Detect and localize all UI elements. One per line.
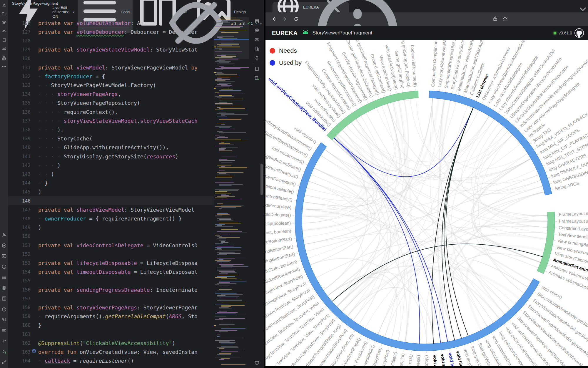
editor-scrollbar[interactable] (260, 164, 263, 195)
code-line[interactable]: 138· · · ), (8, 125, 214, 134)
ide-left-toolstrip[interactable] (0, 0, 9, 368)
share-icon[interactable] (493, 16, 498, 21)
code-line[interactable]: 143· · ) (8, 170, 214, 178)
template-t-icon[interactable] (2, 296, 6, 301)
label-tick (546, 171, 548, 172)
code-line[interactable]: 153private val lifecycleDisposable = Lif… (8, 258, 214, 267)
minimap-bar (217, 175, 229, 175)
cast-green-icon[interactable] (255, 76, 259, 80)
as-logo-icon[interactable] (2, 2, 6, 7)
line-number: 129 (8, 47, 31, 52)
bell-icon[interactable] (255, 55, 259, 60)
chord-label[interactable]: boolean isResumed() (410, 45, 418, 87)
label-tick (315, 294, 317, 295)
folder-icon[interactable] (2, 11, 6, 16)
code-line[interactable]: 158private val storyViewerPageArgs: Stor… (8, 303, 214, 312)
label-tick (327, 132, 328, 133)
code-line[interactable]: 133· · StoryViewerPageViewModel.Factory( (8, 81, 214, 89)
minimap-bar (219, 318, 245, 319)
minimap-bar (215, 249, 222, 250)
database-icon[interactable] (255, 19, 259, 24)
chord-label[interactable]: ar(StoryPost, boolean) (265, 228, 291, 236)
chord-label[interactable]: Companion Companion (430, 40, 438, 87)
code-line[interactable]: 162@SuppressLint("ClickableViewAccessibi… (8, 339, 214, 347)
minimap-bar (221, 89, 233, 89)
code-line[interactable]: 146 (8, 196, 214, 205)
error-circle-icon[interactable] (2, 264, 6, 269)
code-line[interactable]: 134· · · storyViewerPageArgs, (8, 90, 214, 99)
code-line[interactable]: 157 (8, 294, 214, 303)
label-tick (537, 154, 539, 155)
device-mirror-icon[interactable] (255, 46, 259, 51)
code-line[interactable]: 144· } (8, 179, 214, 188)
code-line[interactable]: 139· · · StoryCache( (8, 134, 214, 143)
code-line[interactable]: 137· · · · storyViewStateViewModel.story… (8, 116, 214, 125)
more-dots-icon[interactable] (2, 64, 6, 69)
chord-label[interactable]: eviewTooltip(boolean) (265, 221, 291, 226)
code-line[interactable]: 145) (8, 188, 214, 196)
gauge-icon[interactable] (2, 307, 6, 311)
code-line[interactable]: 147private val sharedViewModel: StoryVie… (8, 205, 214, 214)
code-line[interactable]: 155 (8, 276, 214, 285)
code-line[interactable]: 142· · · ) (8, 161, 214, 170)
todo-list-icon[interactable] (2, 275, 6, 280)
code-line[interactable]: 151private val videoControlsDelegate = V… (8, 241, 214, 250)
chord-label[interactable]: FrameLayout storyC (559, 210, 588, 217)
chord-label[interactable]: reContextMenu(View) (265, 201, 292, 210)
code-line[interactable]: 156private var sendingProgressDrawable: … (8, 285, 214, 294)
label-tick (390, 93, 391, 95)
commit-icon[interactable] (2, 29, 6, 34)
code-line[interactable]: 131private val viewModel: StoryViewerPag… (8, 63, 214, 72)
code-line[interactable]: 159· requireArguments().getParcelableCom… (8, 312, 214, 321)
code-line[interactable]: 150 (8, 232, 214, 241)
code-line[interactable]: 161 (8, 330, 214, 339)
terminal-icon[interactable] (2, 254, 6, 258)
forward-button[interactable] (283, 16, 288, 21)
profiler-icon[interactable] (2, 339, 6, 343)
code-line[interactable]: 136· · · · requireContext(), (8, 107, 214, 116)
screen-share-icon[interactable] (255, 360, 259, 365)
minimap-bar (219, 299, 226, 299)
run-hex-icon[interactable] (2, 243, 6, 248)
github-icon[interactable] (574, 28, 584, 38)
label-tick (452, 91, 452, 93)
back-button[interactable] (271, 16, 276, 21)
tablet-icon[interactable] (255, 67, 259, 71)
people-icon[interactable] (255, 37, 259, 42)
reload-button[interactable] (294, 16, 299, 21)
code-line[interactable]: 164· callback = requireListener() (8, 357, 214, 365)
chord-label[interactable]: ConstraintLayout sto (559, 225, 588, 232)
android-head-icon[interactable] (2, 47, 6, 51)
chord-label[interactable]: eoControlsDelegate() (265, 211, 291, 218)
history-icon[interactable] (2, 317, 6, 322)
pig-icon[interactable] (255, 28, 259, 33)
align-lines-icon[interactable] (2, 328, 6, 333)
structure-icon[interactable] (2, 55, 6, 60)
chord-diagram[interactable]: void onViewCreated(View, Bundle)void onR… (265, 40, 588, 368)
bookmark-star-icon[interactable] (502, 16, 507, 21)
code-line[interactable]: 152 (8, 250, 214, 258)
code-editor[interactable]: 126private var volumeOutAnimator: Ani127… (8, 16, 264, 368)
code-line[interactable]: 160} (8, 321, 214, 330)
editor-minimap[interactable] (214, 16, 249, 368)
minimap-bar (219, 237, 240, 238)
hammer-icon[interactable] (2, 233, 6, 237)
bookmark-icon[interactable] (2, 38, 6, 42)
layers-icon[interactable] (2, 286, 6, 290)
code-line[interactable]: 140· · · · GlideApp.with(requireActivity… (8, 143, 214, 152)
code-line[interactable]: 132· factoryProducer = { (8, 72, 214, 81)
label-tick (504, 115, 505, 117)
code-line[interactable]: 149) (8, 223, 214, 232)
code-line[interactable]: 148· ownerProducer = { requireParentFrag… (8, 214, 214, 223)
code-line[interactable]: 135· · · StoryViewerPageRepository( (8, 99, 214, 107)
grad-cap-icon[interactable] (2, 20, 6, 25)
code-line[interactable]: 141· · · · StoryDisplay.getStorySize(res… (8, 152, 214, 161)
minimap-bar (217, 106, 242, 106)
code-line[interactable]: 154private val timeoutDisposable = Lifec… (8, 268, 214, 276)
chord-label[interactable]: FrameLayout storyC (559, 218, 588, 224)
key-icon[interactable] (2, 360, 6, 364)
code-line[interactable]: 163override fun onViewCreated(view: View… (8, 347, 214, 356)
minimap-bar (215, 224, 225, 225)
minimap-bar (215, 72, 222, 73)
run-green-icon[interactable] (2, 349, 6, 354)
